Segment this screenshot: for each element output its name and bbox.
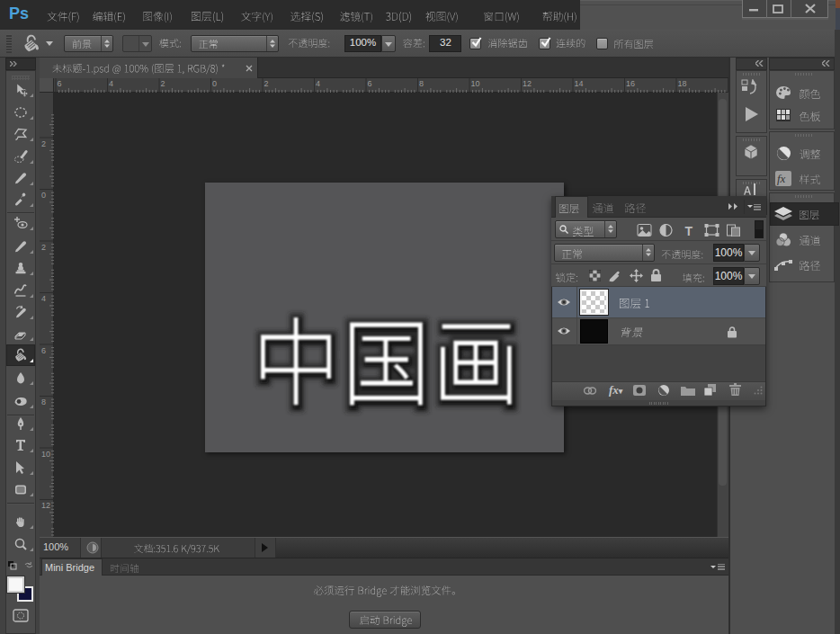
svg-text:2: 2 xyxy=(41,243,46,252)
svg-text:12: 12 xyxy=(523,79,532,88)
svg-text:T: T xyxy=(685,224,693,237)
svg-text:2: 2 xyxy=(41,139,46,148)
svg-text:2: 2 xyxy=(264,79,269,88)
svg-text:4: 4 xyxy=(316,79,320,88)
svg-text:10: 10 xyxy=(41,450,50,459)
svg-text:6: 6 xyxy=(41,346,46,355)
svg-text:12: 12 xyxy=(41,501,50,510)
svg-text:6: 6 xyxy=(58,79,62,88)
svg-text:0: 0 xyxy=(212,79,217,88)
svg-text:fx: fx xyxy=(777,172,786,185)
svg-text:4: 4 xyxy=(109,79,113,88)
svg-text:14: 14 xyxy=(575,79,584,88)
svg-text:8: 8 xyxy=(41,397,46,406)
svg-text:16: 16 xyxy=(626,79,635,88)
svg-text:4: 4 xyxy=(41,294,46,303)
svg-text:18: 18 xyxy=(678,79,687,88)
svg-text:6: 6 xyxy=(368,79,372,88)
svg-text:8: 8 xyxy=(419,79,424,88)
svg-text:10: 10 xyxy=(471,79,480,88)
svg-text:2: 2 xyxy=(161,79,165,88)
svg-text:0: 0 xyxy=(41,191,46,200)
